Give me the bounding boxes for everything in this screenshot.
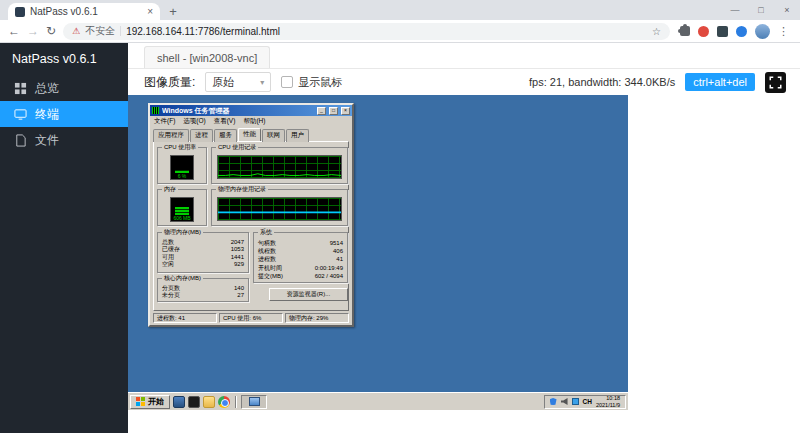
menu-view[interactable]: 查看(V) [214,117,236,126]
memory-history-line [218,198,341,220]
system-tray: CH 10:18 2021/11/9 [544,395,626,409]
sidebar-item-files[interactable]: 文件 [0,127,128,153]
chrome-icon[interactable] [218,396,230,408]
sidebar-item-overview[interactable]: 总览 [0,75,128,101]
tray-shield-icon[interactable] [550,398,557,405]
taskmgr-maximize-icon[interactable]: □ [329,107,338,115]
session-tabbar: shell - [win2008-vnc] [128,43,800,69]
taskmgr-statusbar: 进程数: 41 CPU 使用: 6% 物理内存: 29% [153,313,349,323]
stat-row: 句柄数9514 [254,239,347,247]
maximize-icon[interactable]: □ [748,0,774,20]
show-cursor-checkbox[interactable] [281,76,293,88]
minimize-icon[interactable]: — [722,0,748,20]
taskmgr-window[interactable]: Windows 任务管理器 _ □ × 文件(F) 选项(O) 查看(V) 帮助… [148,103,354,327]
taskmgr-app-icon [152,107,159,114]
stat-row: 可用1441 [158,254,248,261]
address-bar[interactable]: ⚠ 不安全 192.168.164.11:7786/terminal.html … [63,23,670,40]
bookmark-star-icon[interactable]: ☆ [652,26,661,37]
stat-row: 开机时间0:00:19:49 [254,264,347,272]
browser-tab-title: NatPass v0.6.1 [30,6,142,17]
quality-label: 图像质量: [144,74,195,91]
close-icon[interactable]: × [774,0,800,20]
new-tab-button[interactable]: + [164,2,182,20]
window-controls: — □ × [722,0,800,20]
quality-select[interactable]: 原始 ▾ [205,72,271,92]
explorer-folder-icon[interactable] [203,396,215,408]
extensions-puzzle-icon[interactable] [680,26,690,36]
extension-icon-dark[interactable] [717,26,728,37]
physical-memory-group: 物理内存(MB) 总数2047 已缓存1053 可用1441 空闲929 [157,232,249,273]
natpass-favicon [15,7,25,17]
extension-icon-blue[interactable] [736,26,747,37]
stat-row: 未分页27 [158,292,248,299]
tray-volume-icon[interactable] [561,398,568,405]
tab-applications[interactable]: 应用程序 [153,129,189,142]
file-icon [14,134,27,147]
performance-panel: CPU 使用率 6 % CPU 使用记录 内存 [153,141,349,311]
show-cursor-option[interactable]: 显示鼠标 [281,75,342,90]
show-cursor-label: 显示鼠标 [298,75,342,90]
server-manager-icon[interactable] [173,396,185,408]
url-text: 192.168.164.11:7786/terminal.html [126,26,647,37]
brand-title: NatPass v0.6.1 [0,43,128,75]
cpu-history-graph [217,155,342,179]
browser-navbar: ← → ↻ ⚠ 不安全 192.168.164.11:7786/terminal… [0,20,800,43]
status-processes: 进程数: 41 [153,313,217,323]
memory-history-caption: 物理内存使用记录 [216,186,268,193]
session-tab-label: shell - [win2008-vnc] [157,52,257,64]
system-caption: 系统 [258,229,274,236]
extension-icon-red[interactable] [698,26,709,37]
memory-gauge-value: 606 MB [173,215,190,221]
sidebar-item-label: 文件 [35,132,59,149]
menu-file[interactable]: 文件(F) [154,117,175,126]
taskbar-app-button[interactable] [241,395,267,409]
cpu-usage-caption: CPU 使用率 [162,144,198,151]
memory-history-graph [217,197,342,221]
ctrl-alt-del-button[interactable]: ctrl+alt+del [685,73,755,91]
sidebar-item-label: 终端 [35,106,59,123]
tab-performance[interactable]: 性能 [238,128,261,141]
vnc-canvas[interactable]: Windows 任务管理器 _ □ × 文件(F) 选项(O) 查看(V) 帮助… [128,95,628,410]
stat-row: 提交(MB)602 / 4094 [254,272,347,280]
system-stats: 句柄数9514 线程数406 进程数41 开机时间0:00:19:49 提交(M… [254,239,347,280]
tab-close-icon[interactable]: × [147,7,153,17]
start-button[interactable]: 开始 [130,395,170,409]
forward-icon[interactable]: → [27,25,39,37]
resource-monitor-button[interactable]: 资源监视器(R)... [269,288,348,301]
start-label: 开始 [148,396,164,407]
browser-tab[interactable]: NatPass v0.6.1 × [8,3,160,20]
open-window-icon [249,397,260,406]
taskmgr-menubar: 文件(F) 选项(O) 查看(V) 帮助(H) [150,116,352,126]
sidebar-item-terminal[interactable]: 终端 [0,101,128,127]
remote-taskbar: 开始 CH 10:18 2021/11/9 [128,392,628,410]
fullscreen-button[interactable] [765,72,786,93]
tray-language-indicator[interactable]: CH [583,398,592,405]
stat-row: 分页数140 [158,285,248,292]
physical-memory-caption: 物理内存(MB) [162,229,203,236]
reload-icon[interactable]: ↻ [46,25,56,37]
tab-processes[interactable]: 进程 [190,129,213,142]
taskmgr-minimize-icon[interactable]: _ [317,107,326,115]
tray-network-icon[interactable] [572,398,579,405]
command-prompt-icon[interactable] [188,396,200,408]
menu-help[interactable]: 帮助(H) [243,117,265,126]
back-icon[interactable]: ← [8,25,20,37]
physical-memory-stats: 总数2047 已缓存1053 可用1441 空闲929 [158,239,248,269]
cpu-history-group: CPU 使用记录 [211,147,348,184]
taskmgr-title: Windows 任务管理器 [162,106,314,116]
browser-tabstrip: NatPass v0.6.1 × + — □ × [0,0,800,20]
menu-options[interactable]: 选项(O) [183,117,205,126]
tray-clock[interactable]: 10:18 2021/11/9 [596,395,620,408]
taskmgr-titlebar[interactable]: Windows 任务管理器 _ □ × [150,105,352,116]
session-tab[interactable]: shell - [win2008-vnc] [144,46,270,68]
tab-networking[interactable]: 联网 [262,129,285,142]
taskmgr-tabs: 应用程序 进程 服务 性能 联网 用户 [150,126,352,141]
browser-menu-icon[interactable]: ⋮ [778,25,789,38]
profile-avatar[interactable] [755,24,770,39]
tab-users[interactable]: 用户 [286,129,309,142]
taskmgr-close-icon[interactable]: × [341,107,350,115]
cpu-gauge-value: 6 % [178,173,187,179]
stat-row: 已缓存1053 [158,246,248,253]
tab-services[interactable]: 服务 [214,129,237,142]
not-secure-icon: ⚠ [72,27,80,36]
